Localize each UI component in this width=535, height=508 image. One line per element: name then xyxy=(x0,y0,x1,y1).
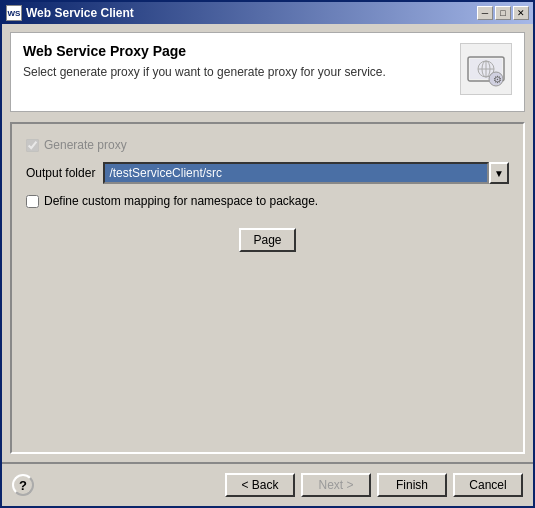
page-description: Select generate proxy if you want to gen… xyxy=(23,65,450,79)
svg-text:⚙: ⚙ xyxy=(493,74,502,85)
header-icon: ⚙ xyxy=(460,43,512,95)
finish-button[interactable]: Finish xyxy=(377,473,447,497)
window-icon: WS xyxy=(6,5,22,21)
define-custom-label: Define custom mapping for namespace to p… xyxy=(44,194,318,208)
form-area: Generate proxy Output folder ▼ Define cu… xyxy=(10,122,525,454)
output-folder-dropdown[interactable]: ▼ xyxy=(489,162,509,184)
define-custom-row: Define custom mapping for namespace to p… xyxy=(26,194,509,208)
title-bar: WS Web Service Client ─ □ ✕ xyxy=(2,2,533,24)
page-title: Web Service Proxy Page xyxy=(23,43,450,59)
help-button[interactable]: ? xyxy=(12,474,34,496)
maximize-button[interactable]: □ xyxy=(495,6,511,20)
header-text: Web Service Proxy Page Select generate p… xyxy=(23,43,450,79)
header-panel: Web Service Proxy Page Select generate p… xyxy=(10,32,525,112)
define-custom-checkbox[interactable] xyxy=(26,195,39,208)
main-content: Web Service Proxy Page Select generate p… xyxy=(2,24,533,462)
page-button[interactable]: Page xyxy=(239,228,295,252)
generate-proxy-label: Generate proxy xyxy=(44,138,127,152)
close-button[interactable]: ✕ xyxy=(513,6,529,20)
output-folder-input[interactable] xyxy=(103,162,489,184)
window-title: Web Service Client xyxy=(26,6,477,20)
bottom-bar: ? < Back Next > Finish Cancel xyxy=(2,462,533,506)
window: WS Web Service Client ─ □ ✕ Web Service … xyxy=(0,0,535,508)
back-button[interactable]: < Back xyxy=(225,473,295,497)
proxy-icon: ⚙ xyxy=(466,49,506,89)
cancel-button[interactable]: Cancel xyxy=(453,473,523,497)
next-button[interactable]: Next > xyxy=(301,473,371,497)
page-button-area: Page xyxy=(26,228,509,252)
generate-proxy-checkbox[interactable] xyxy=(26,139,39,152)
output-folder-label: Output folder xyxy=(26,166,95,180)
generate-proxy-row: Generate proxy xyxy=(26,138,509,152)
minimize-button[interactable]: ─ xyxy=(477,6,493,20)
output-folder-row: Output folder ▼ xyxy=(26,162,509,184)
window-controls: ─ □ ✕ xyxy=(477,6,529,20)
